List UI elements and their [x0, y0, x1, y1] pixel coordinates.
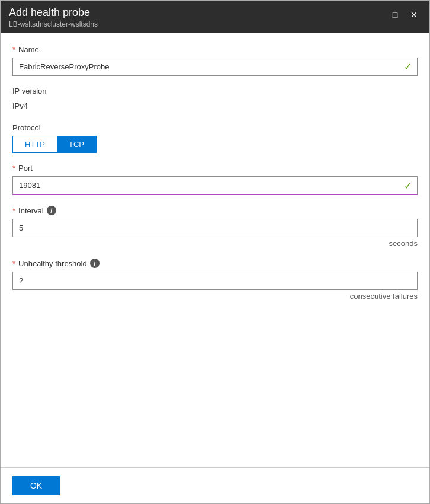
interval-field-group: * Interval i seconds: [12, 206, 418, 248]
unhealthy-threshold-field-group: * Unhealthy threshold i consecutive fail…: [12, 259, 418, 301]
minimize-button[interactable]: □: [388, 8, 402, 22]
interval-input[interactable]: [12, 219, 418, 237]
title-bar-controls: □ ✕: [388, 8, 421, 22]
unhealthy-threshold-label-text: Unhealthy threshold: [18, 259, 87, 268]
interval-info-icon[interactable]: i: [47, 206, 56, 215]
name-label: * Name: [12, 45, 418, 54]
dialog-title: Add health probe: [9, 7, 98, 19]
protocol-label-text: Protocol: [12, 123, 41, 132]
unhealthy-threshold-info-icon[interactable]: i: [90, 259, 100, 268]
unhealthy-threshold-input[interactable]: [12, 272, 418, 290]
name-required-star: *: [12, 45, 15, 54]
unhealthy-threshold-suffix: consecutive failures: [12, 292, 418, 301]
protocol-toggle: HTTP TCP: [12, 136, 97, 153]
port-label-text: Port: [18, 164, 33, 173]
port-label: * Port: [12, 164, 418, 173]
port-field-group: * Port ✓: [12, 164, 418, 195]
protocol-tcp-button[interactable]: TCP: [57, 136, 96, 152]
ip-version-label: IP version: [12, 87, 418, 95]
ip-version-value: IPv4: [12, 99, 418, 113]
title-bar-left: Add health probe LB-wsltsdnscluster-wslt…: [9, 7, 98, 28]
port-required-star: *: [12, 164, 15, 173]
name-field-group: * Name ✓: [12, 45, 418, 76]
port-input[interactable]: [12, 176, 418, 195]
interval-label: * Interval i: [12, 206, 418, 215]
form-content: * Name ✓ IP version IPv4 Protocol HTTP T…: [1, 33, 429, 467]
add-health-probe-dialog: Add health probe LB-wsltsdnscluster-wslt…: [0, 0, 430, 504]
ip-version-label-text: IP version: [12, 87, 47, 95]
title-bar: Add health probe LB-wsltsdnscluster-wslt…: [1, 1, 429, 33]
interval-required-star: *: [12, 206, 15, 215]
unhealthy-threshold-required-star: *: [12, 259, 15, 268]
name-input-wrapper: ✓: [12, 58, 418, 76]
ip-version-field-group: IP version IPv4: [12, 87, 418, 113]
interval-label-text: Interval: [18, 206, 44, 215]
dialog-footer: OK: [1, 467, 429, 503]
protocol-field-group: Protocol HTTP TCP: [12, 123, 418, 153]
protocol-label: Protocol: [12, 123, 418, 132]
unhealthy-threshold-label: * Unhealthy threshold i: [12, 259, 418, 268]
name-input[interactable]: [12, 58, 418, 76]
ok-button[interactable]: OK: [12, 476, 60, 495]
port-input-wrapper: ✓: [12, 176, 418, 195]
dialog-subtitle: LB-wsltsdnscluster-wsltsdns: [9, 20, 98, 28]
close-button[interactable]: ✕: [407, 8, 421, 22]
protocol-http-button[interactable]: HTTP: [13, 136, 57, 152]
name-label-text: Name: [18, 45, 39, 54]
interval-suffix: seconds: [12, 239, 418, 248]
